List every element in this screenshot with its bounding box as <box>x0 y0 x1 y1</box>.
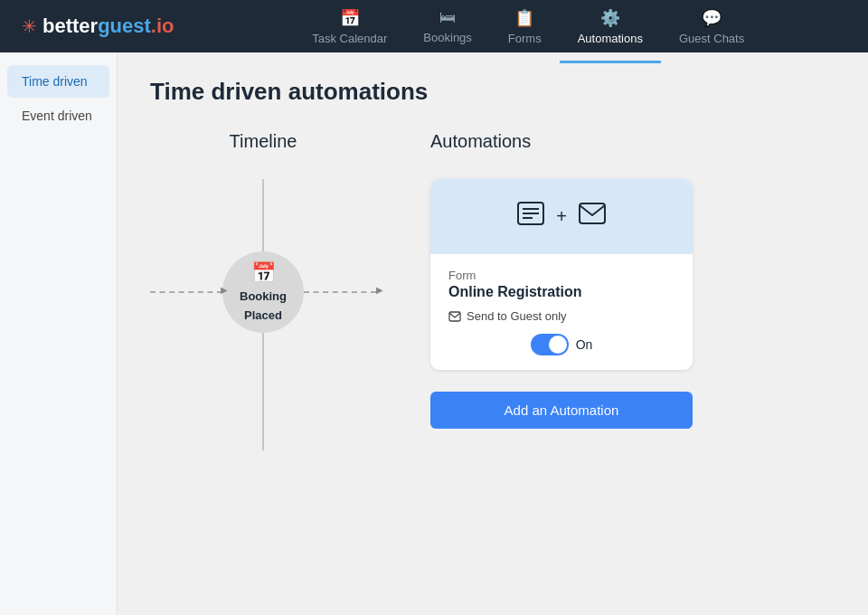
svg-rect-4 <box>580 203 605 223</box>
arrow-left <box>150 291 222 293</box>
logo-icon: ✳ <box>22 15 37 37</box>
sidebar-item-event-driven[interactable]: Event driven <box>7 99 109 132</box>
timeline-area: Timeline 📅 Booking Placed <box>150 131 835 450</box>
card-name: Online Registration <box>448 284 675 300</box>
booking-calendar-icon: 📅 <box>251 260 276 287</box>
recipient-email-icon <box>448 311 461 322</box>
nav-item-guest-chats-label: Guest Chats <box>679 32 744 45</box>
svg-rect-5 <box>449 312 460 321</box>
form-icon <box>516 201 545 232</box>
add-automation-button[interactable]: Add an Automation <box>430 392 693 429</box>
node-label-line2: Placed <box>244 308 282 324</box>
logo-text: betterguest.io <box>42 14 174 38</box>
nav-item-automations-label: Automations <box>578 32 643 45</box>
timeline-node-booking-placed: 📅 Booking Placed <box>222 251 304 333</box>
nav-item-bookings-label: Bookings <box>423 31 471 44</box>
main-content: Time driven automations Timeline 📅 Booki… <box>118 52 868 615</box>
nav-item-forms[interactable]: 📋 Forms <box>490 1 560 52</box>
timeline-node-row: 📅 Booking Placed <box>150 251 376 333</box>
arrow-right <box>304 291 376 293</box>
navigation: ✳ betterguest.io 📅 Task Calendar 🛏 Booki… <box>0 0 868 52</box>
nav-item-forms-label: Forms <box>508 32 542 45</box>
card-top-icons: + <box>430 179 693 254</box>
automations-header: Automations <box>430 131 835 152</box>
card-body: Form Online Registration Send to Guest o… <box>430 254 693 370</box>
logo[interactable]: ✳ betterguest.io <box>22 14 174 38</box>
card-recipient: Send to Guest only <box>448 309 675 323</box>
timeline-track: 📅 Booking Placed <box>150 179 376 450</box>
plus-icon: + <box>556 206 567 227</box>
forms-icon: 📋 <box>514 8 534 28</box>
email-icon <box>578 202 607 232</box>
nav-items: 📅 Task Calendar 🛏 Bookings 📋 Forms ⚙️ Au… <box>210 1 846 52</box>
card-toggle-row: On <box>448 334 675 355</box>
automation-card: + Form Online Registration <box>430 179 693 370</box>
timeline-column: Timeline 📅 Booking Placed <box>150 131 376 450</box>
guest-chats-icon: 💬 <box>702 8 722 28</box>
page-title: Time driven automations <box>150 78 835 106</box>
nav-item-bookings[interactable]: 🛏 Bookings <box>405 1 489 52</box>
toggle-label: On <box>576 337 593 352</box>
automations-column: Automations + <box>430 131 835 429</box>
sidebar: Time driven Event driven <box>0 52 118 615</box>
nav-item-task-calendar[interactable]: 📅 Task Calendar <box>294 1 405 52</box>
node-label-line1: Booking <box>240 289 287 305</box>
task-calendar-icon: 📅 <box>340 8 360 28</box>
toggle-switch[interactable] <box>531 334 569 355</box>
card-type: Form <box>448 269 675 282</box>
sidebar-item-time-driven[interactable]: Time driven <box>7 65 109 98</box>
automations-icon: ⚙️ <box>600 8 620 28</box>
timeline-header: Timeline <box>230 131 297 152</box>
nav-item-automations[interactable]: ⚙️ Automations <box>560 1 661 52</box>
nav-item-task-calendar-label: Task Calendar <box>312 32 387 45</box>
bookings-icon: 🛏 <box>439 8 456 27</box>
nav-item-guest-chats[interactable]: 💬 Guest Chats <box>661 1 762 52</box>
page-layout: Time driven Event driven Time driven aut… <box>0 52 868 615</box>
